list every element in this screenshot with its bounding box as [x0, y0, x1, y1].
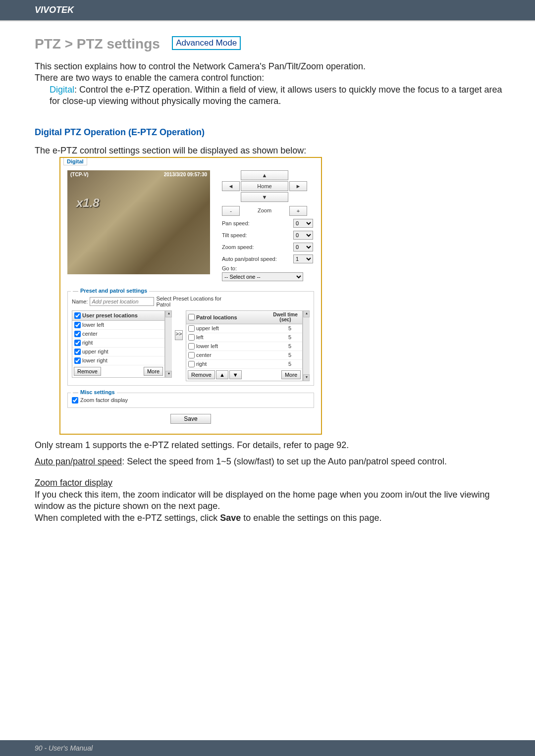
user-preset-table: User preset locations lower left center …	[72, 310, 165, 378]
auto-underline: Auto pan/patrol speed	[35, 456, 122, 466]
nav-left[interactable]: ◄	[222, 181, 240, 191]
intro-p1: This section explains how to control the…	[35, 61, 505, 72]
misc-fieldset: —Misc settings Zoom factor display	[67, 393, 314, 408]
row-check[interactable]	[188, 334, 195, 341]
header-brand: VIVOTEK	[0, 0, 535, 20]
nav-right[interactable]: ►	[289, 181, 307, 191]
preset-fieldset: —Preset and patrol settings Name: Select…	[67, 291, 314, 386]
zoom-speed-label: Zoom speed:	[222, 244, 254, 250]
dwell-val: 5	[288, 343, 300, 349]
row-label: lower right	[82, 357, 107, 363]
dwell-val: 5	[288, 325, 300, 331]
user-preset-checkall[interactable]	[74, 312, 81, 319]
goto-select[interactable]: -- Select one --	[222, 272, 303, 281]
select-hint: Select Preset Locations for Patrol	[156, 296, 235, 307]
intro-p2: There are two ways to enable the camera …	[35, 72, 505, 84]
auto-speed-label: Auto pan/patrol speed:	[222, 256, 277, 262]
nav-home[interactable]: Home	[241, 181, 288, 191]
digital-label: Digital	[50, 85, 74, 95]
tilt-speed-select[interactable]: 0	[293, 231, 313, 240]
nav-down[interactable]: ▼	[241, 192, 288, 202]
zoom-out[interactable]: -	[222, 206, 240, 216]
row-label: right	[82, 340, 93, 346]
preset-legend: Preset and patrol settings	[80, 288, 147, 294]
goto-label: Go to:	[222, 265, 314, 271]
row-check[interactable]	[188, 325, 195, 332]
right-more-button[interactable]: More	[281, 370, 301, 379]
patrol-checkall[interactable]	[188, 314, 195, 320]
advanced-mode-badge: Advanced Mode	[172, 36, 241, 50]
row-check[interactable]	[74, 322, 81, 328]
row-check[interactable]	[188, 343, 195, 350]
row-check[interactable]	[74, 357, 81, 364]
name-input[interactable]	[90, 297, 154, 306]
section-title: Digital PTZ Operation (E-PTZ Operation)	[35, 127, 505, 138]
post-stream: Only stream 1 supports the e-PTZ related…	[35, 440, 505, 451]
auto-speed-select[interactable]: 1	[293, 254, 313, 263]
row-check[interactable]	[188, 361, 195, 367]
dwell-val: 5	[288, 361, 300, 367]
pan-speed-select[interactable]: 0	[293, 219, 313, 228]
row-label: center	[196, 352, 212, 358]
zoom-underline: Zoom factor display	[35, 478, 112, 488]
row-label: right	[196, 361, 207, 367]
tilt-speed-label: Tilt speed:	[222, 232, 247, 238]
video-preview[interactable]: (TCP-V) 2013/3/20 09:57:30 x1.8	[67, 170, 210, 274]
row-label: upper left	[196, 325, 219, 331]
page-title: PTZ > PTZ settings	[35, 36, 160, 52]
right-remove-button[interactable]: Remove	[188, 370, 215, 379]
auto-text: : Select the speed from 1~5 (slow/fast) …	[122, 456, 447, 466]
left-remove-button[interactable]: Remove	[74, 367, 101, 376]
row-check[interactable]	[74, 340, 81, 346]
zoom-p1: If you check this item, the zoom indicat…	[35, 489, 505, 512]
row-check[interactable]	[74, 349, 81, 355]
patrol-head: Patrol locations	[196, 314, 237, 320]
row-label: left	[196, 334, 204, 340]
dwell-head: Dwell time (sec)	[270, 312, 300, 322]
video-source: (TCP-V)	[70, 172, 89, 177]
nav-up[interactable]: ▲	[241, 170, 288, 180]
row-check[interactable]	[188, 352, 195, 358]
save-button[interactable]: Save	[170, 414, 211, 424]
transfer-button[interactable]: >>	[175, 330, 183, 340]
zoom-factor-label: Zoom factor display	[80, 397, 128, 403]
dwell-val: 5	[288, 352, 300, 358]
misc-legend: Misc settings	[80, 389, 115, 395]
pan-speed-label: Pan speed:	[222, 220, 250, 226]
left-more-button[interactable]: More	[144, 367, 163, 376]
video-timestamp: 2013/3/20 09:57:30	[164, 172, 207, 177]
zoom-speed-select[interactable]: 0	[293, 243, 313, 252]
user-preset-head: User preset locations	[82, 312, 138, 318]
section-sub: The e-PTZ control settings section will …	[35, 146, 505, 156]
footer: 90 - User's Manual	[0, 740, 535, 756]
zoom-overlay: x1.8	[76, 196, 100, 210]
move-up-button[interactable]: ▲	[216, 370, 228, 379]
zoom-p2a: When completed with the e-PTZ settings, …	[35, 513, 220, 523]
zoom-bold: Save	[220, 513, 241, 523]
scrollbar[interactable]: ▴ ▾	[165, 310, 172, 378]
row-label: lower left	[196, 343, 218, 349]
scrollbar[interactable]: ▴ ▾	[303, 310, 310, 381]
digital-desc: : Control the e-PTZ operation. Within a …	[50, 85, 502, 106]
screenshot-panel: Digital (TCP-V) 2013/3/20 09:57:30 x1.8 …	[59, 157, 322, 435]
zoom-in[interactable]: +	[289, 206, 307, 216]
digital-tab[interactable]: Digital	[63, 158, 87, 165]
move-down-button[interactable]: ▼	[229, 370, 242, 379]
row-label: lower left	[82, 322, 104, 328]
row-label: center	[82, 331, 98, 337]
row-check[interactable]	[74, 331, 81, 337]
row-label: upper right	[82, 349, 108, 354]
name-label: Name:	[72, 299, 88, 304]
zoom-factor-checkbox[interactable]	[72, 397, 78, 403]
patrol-table: Patrol locations Dwell time (sec) upper …	[186, 310, 303, 381]
zoom-p2b: to enable the settings on this page.	[241, 513, 381, 523]
zoom-label: Zoom	[241, 206, 288, 216]
dwell-val: 5	[288, 334, 300, 340]
